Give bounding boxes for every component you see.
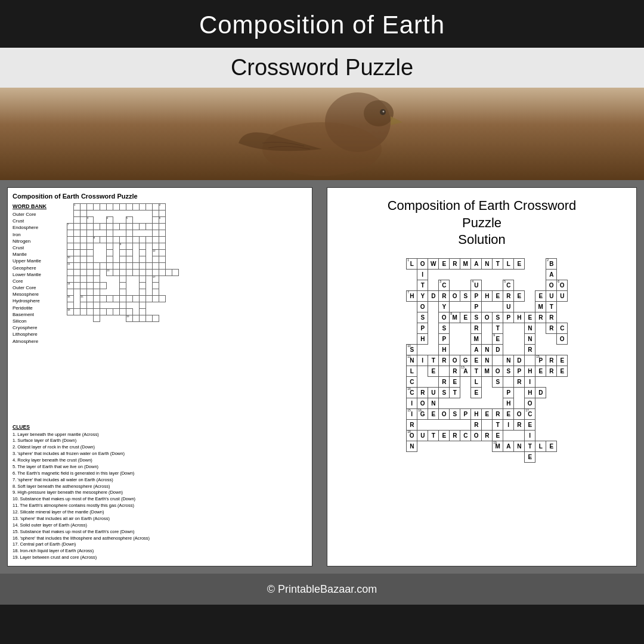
- solution-cell: [482, 269, 493, 280]
- puzzle-cell: [192, 243, 199, 250]
- word-bank-title: WORD BANK: [13, 203, 63, 209]
- solution-cell: [439, 441, 450, 451]
- puzzle-cell: [107, 224, 113, 230]
- solution-cell: [407, 269, 417, 280]
- puzzle-cell: [205, 270, 212, 276]
- puzzle-cell: [199, 322, 205, 329]
- solution-cell: E: [428, 366, 439, 376]
- puzzle-cell: [80, 335, 87, 342]
- puzzle-cell: [146, 302, 153, 309]
- solution-cell: E: [546, 441, 557, 451]
- solution-cell: [396, 366, 407, 376]
- solution-cell: T: [546, 301, 557, 312]
- puzzle-cell: [94, 381, 100, 388]
- puzzle-cell: [199, 210, 205, 217]
- puzzle-cell: [205, 204, 212, 210]
- puzzle-cell: [146, 329, 153, 335]
- solution-cell: [460, 269, 471, 280]
- puzzle-cell: [140, 361, 146, 368]
- puzzle-cell: [205, 309, 212, 315]
- word-bank-item: Geosphere: [13, 265, 63, 271]
- puzzle-cell: [120, 237, 126, 243]
- puzzle-cell: [94, 204, 100, 210]
- solution-cell: E: [471, 355, 482, 366]
- solution-cell: [514, 301, 525, 312]
- puzzle-cell: [166, 230, 172, 237]
- solution-cell: [493, 387, 503, 398]
- solution-cell: R: [546, 323, 557, 333]
- puzzle-cell: [185, 309, 192, 315]
- puzzle-cell: [126, 250, 133, 256]
- solution-cell: 6O: [557, 280, 568, 290]
- puzzle-cell: [192, 296, 199, 302]
- puzzle-cell: [87, 322, 94, 329]
- puzzle-cell: [146, 368, 153, 374]
- puzzle-cell: [153, 355, 159, 361]
- puzzle-cell: [94, 322, 100, 329]
- puzzle-cell: [192, 342, 199, 348]
- puzzle-cell: [74, 217, 80, 224]
- solution-cell: O: [439, 408, 450, 419]
- puzzle-cell: [205, 342, 212, 348]
- puzzle-cell: [107, 335, 113, 342]
- puzzle-cell: [100, 342, 107, 348]
- puzzle-cell: [199, 329, 205, 335]
- solution-cell: R: [503, 290, 514, 301]
- solution-cell: P: [514, 366, 525, 376]
- puzzle-cell: [146, 263, 153, 270]
- puzzle-cell: [67, 204, 74, 210]
- puzzle-cell: [166, 335, 172, 342]
- puzzle-cell: [199, 355, 205, 361]
- clue-item: 9. High-pressure layer beneath the mesos…: [13, 490, 307, 496]
- solution-cell: W: [428, 258, 439, 269]
- solution-cell: [407, 301, 417, 312]
- puzzle-cell: [185, 315, 192, 322]
- puzzle-cell: [185, 381, 192, 388]
- puzzle-cell: [100, 224, 107, 230]
- solution-cell: O: [546, 280, 557, 290]
- word-bank-item: Hydrosphere: [13, 298, 63, 304]
- puzzle-cell: [192, 368, 199, 374]
- puzzle-cell: [185, 230, 192, 237]
- solution-cell: P: [471, 301, 482, 312]
- puzzle-cell: [140, 302, 146, 309]
- puzzle-cell: [133, 237, 140, 243]
- puzzle-cell: [107, 355, 113, 361]
- puzzle-cell: [179, 243, 185, 250]
- puzzle-cell: [126, 204, 133, 210]
- puzzle-cell: [172, 302, 179, 309]
- word-bank-item: Upper Mantle: [13, 258, 63, 264]
- puzzle-cell: [100, 381, 107, 388]
- puzzle-cell: [126, 263, 133, 270]
- puzzle-cell: [153, 270, 159, 276]
- puzzle-cell: [133, 243, 140, 250]
- puzzle-cell: [153, 224, 159, 230]
- word-bank-item: Peridotite: [13, 305, 63, 311]
- solution-cell: O: [482, 312, 493, 323]
- puzzle-cell: [94, 289, 100, 296]
- solution-cell: [557, 441, 568, 451]
- puzzle-cell: [172, 270, 179, 276]
- puzzle-cell: [185, 342, 192, 348]
- puzzle-cell: [80, 204, 87, 210]
- puzzle-cell: [159, 263, 166, 270]
- puzzle-cell: [94, 263, 100, 270]
- solution-cell: E: [514, 258, 525, 269]
- eagle-background: [0, 88, 644, 180]
- puzzle-cell: [153, 309, 159, 315]
- solution-cell: H: [514, 312, 525, 323]
- solution-cell: E: [471, 387, 482, 398]
- solution-cell: S: [493, 376, 503, 387]
- solution-cell: 16C: [407, 387, 417, 398]
- solution-cell: I: [417, 269, 428, 280]
- puzzle-cell: [133, 250, 140, 256]
- puzzle-cell: [192, 335, 199, 342]
- solution-cell: [471, 451, 482, 462]
- puzzle-cell: [172, 322, 179, 329]
- word-bank-item: Atmosphere: [13, 338, 63, 345]
- puzzle-cell: [140, 315, 146, 322]
- solution-cell: [396, 441, 407, 451]
- puzzle-cell: [107, 230, 113, 237]
- puzzle-cell: [185, 335, 192, 342]
- solution-cell: A: [471, 258, 482, 269]
